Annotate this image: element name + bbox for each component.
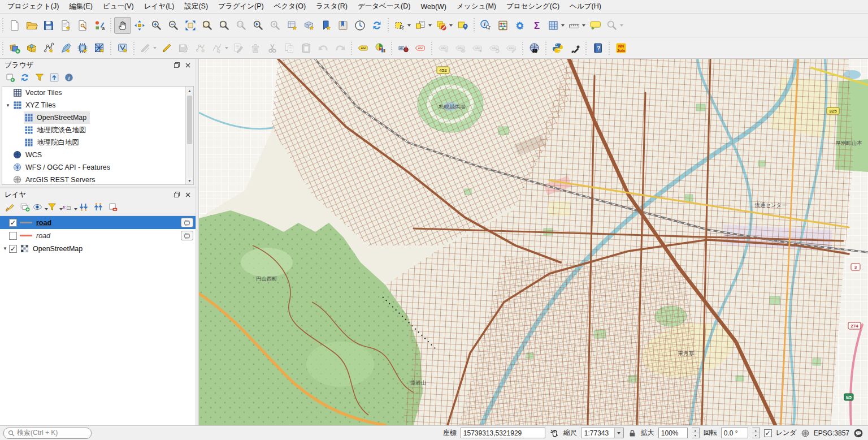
- toolbar-grip[interactable]: [387, 18, 390, 33]
- menu-6[interactable]: プラグイン(P): [213, 0, 269, 13]
- zoom-to-selection-button[interactable]: [199, 17, 216, 34]
- new-spatialite-layer-button[interactable]: [57, 40, 74, 57]
- layers-float-button[interactable]: [172, 191, 181, 199]
- toolbar-grip[interactable]: [544, 41, 548, 55]
- new-temporary-scratch-layer-button[interactable]: [74, 40, 91, 57]
- coordinate-input[interactable]: 15739313,5321929: [461, 428, 545, 438]
- expanded-arrow-icon[interactable]: ▼: [3, 103, 12, 108]
- browser-item-wfs-ogc-api-features[interactable]: VWFS / OGC API - Features: [2, 161, 185, 174]
- dropdown-caret-icon[interactable]: [407, 24, 411, 28]
- dropdown-caret-icon[interactable]: [620, 24, 623, 28]
- toolbar-grip[interactable]: [607, 41, 611, 55]
- toolbar-grip[interactable]: [521, 41, 525, 55]
- menu-3[interactable]: ビュー(V): [98, 0, 139, 13]
- menu-12[interactable]: プロセシング(C): [501, 0, 565, 13]
- highlight-labels-button[interactable]: abc: [412, 40, 429, 57]
- browser-item-arcgis-rest-servers[interactable]: ArcGIS REST Servers: [2, 174, 185, 184]
- dropdown-caret-icon[interactable]: [561, 24, 565, 28]
- magnifier-spinner[interactable]: ▲▼: [692, 428, 700, 438]
- zoom-last-button[interactable]: [250, 17, 267, 34]
- select-features-button[interactable]: [392, 17, 413, 34]
- menu-9[interactable]: データベース(D): [353, 0, 416, 13]
- zoom-to-layer-button[interactable]: [216, 17, 233, 34]
- scroll-thumb[interactable]: [187, 96, 192, 144]
- save-project-button[interactable]: [40, 17, 57, 34]
- layer-expander-icon[interactable]: ▼: [1, 246, 9, 251]
- select-by-location-button[interactable]: [454, 17, 471, 34]
- memory-layer-indicator-icon[interactable]: [181, 231, 193, 240]
- toolbar-grip[interactable]: [132, 41, 136, 55]
- map-tips-button[interactable]: [587, 17, 604, 34]
- browser-item-openstreetmap[interactable]: OpenStreetMap: [2, 111, 185, 124]
- locator-search-input[interactable]: 検索(Ctrl + K): [3, 428, 92, 439]
- toolbar-grip[interactable]: [1, 41, 5, 55]
- open-project-button[interactable]: [23, 17, 40, 34]
- dropdown-caret-icon[interactable]: [582, 24, 585, 28]
- new-geopackage-layer-button[interactable]: [23, 40, 40, 57]
- add-selected-layers-button[interactable]: [3, 71, 17, 85]
- layer-visibility-checkbox[interactable]: ✓: [9, 219, 17, 227]
- filter-by-expression-button[interactable]: ε: [62, 201, 76, 214]
- menu-1[interactable]: プロジェクト(J): [2, 0, 64, 13]
- layer-visibility-checkbox[interactable]: [9, 232, 17, 240]
- collapse-all-layers-button[interactable]: [92, 201, 105, 214]
- layer-row-road[interactable]: ✓road: [0, 216, 196, 229]
- nn-join-button[interactable]: NNJoin: [613, 40, 630, 57]
- layer-diagram-button[interactable]: [372, 40, 389, 57]
- plugin-tool-button[interactable]: [566, 40, 583, 57]
- select-by-form-button[interactable]: [413, 17, 433, 34]
- layers-close-button[interactable]: [183, 191, 192, 199]
- open-layer-styling-button[interactable]: [3, 201, 17, 214]
- expand-all-button[interactable]: [77, 201, 90, 214]
- toolbar-grip[interactable]: [109, 41, 113, 55]
- dropdown-caret-icon[interactable]: [225, 47, 228, 51]
- new-shapefile-layer-button[interactable]: [40, 40, 57, 57]
- scroll-down-icon[interactable]: ▼: [186, 176, 193, 184]
- new-virtual-layer-button[interactable]: [114, 40, 131, 57]
- help-contents-button[interactable]: ?: [589, 40, 606, 57]
- toolbar-grip[interactable]: [350, 41, 354, 55]
- statistics-abacus-button[interactable]: [494, 17, 511, 34]
- deselect-features-button[interactable]: [433, 17, 454, 34]
- extents-toggle-icon[interactable]: [549, 428, 559, 438]
- zoom-out-button[interactable]: [165, 17, 182, 34]
- pan-to-selection-button[interactable]: [131, 17, 148, 34]
- menu-2[interactable]: 編集(E): [64, 0, 98, 13]
- menu-11[interactable]: メッシュ(M): [452, 0, 501, 13]
- dropdown-caret-icon[interactable]: [449, 24, 453, 28]
- layer-properties-button[interactable]: i: [62, 71, 76, 85]
- toolbar-grip[interactable]: [109, 18, 113, 33]
- pan-map-button[interactable]: [114, 17, 131, 34]
- manage-map-themes-button[interactable]: [33, 201, 46, 214]
- layer-visibility-checkbox[interactable]: ✓: [9, 245, 17, 253]
- menu-4[interactable]: レイヤ(L): [139, 0, 180, 13]
- toolbar-grip[interactable]: [584, 41, 588, 55]
- map-canvas[interactable]: 札幌競馬場円山西町藻岩山東月寒流通センター厚別町山本 4523253274E5: [199, 59, 868, 425]
- browser-float-button[interactable]: [172, 61, 181, 69]
- attribute-table-button[interactable]: [545, 17, 566, 34]
- menu-7[interactable]: ベクタ(O): [269, 0, 311, 13]
- crs-value[interactable]: EPSG:3857: [814, 429, 849, 437]
- scroll-up-icon[interactable]: ▲: [186, 87, 193, 94]
- filter-legend-button[interactable]: [47, 201, 61, 214]
- temporal-controller-button[interactable]: [351, 17, 368, 34]
- scale-dropdown-icon[interactable]: [614, 428, 623, 438]
- render-checkbox[interactable]: ✓: [764, 429, 772, 437]
- pin-labels-button[interactable]: ab: [395, 40, 412, 57]
- toolbar-grip[interactable]: [390, 41, 394, 55]
- osm-place-search-button[interactable]: [526, 40, 543, 57]
- layout-manager-button[interactable]: [74, 17, 91, 34]
- refresh-browser-button[interactable]: [18, 71, 32, 85]
- toolbar-grip[interactable]: [430, 41, 434, 55]
- browser-item-vector-tiles[interactable]: Vector Tiles: [2, 87, 185, 99]
- browser-scrollbar[interactable]: ▲ ▼: [185, 87, 193, 184]
- new-3d-map-view-button[interactable]: [301, 17, 318, 34]
- processing-toolbox-button[interactable]: [511, 17, 528, 34]
- messages-icon[interactable]: [853, 428, 863, 438]
- browser-close-button[interactable]: [183, 61, 192, 69]
- new-mesh-layer-button[interactable]: [91, 40, 108, 57]
- layer-labeling-button[interactable]: abc: [355, 40, 372, 57]
- new-project-button[interactable]: [6, 17, 23, 34]
- measure-button[interactable]: [566, 17, 587, 34]
- browser-item-wcs[interactable]: WCS: [2, 149, 185, 161]
